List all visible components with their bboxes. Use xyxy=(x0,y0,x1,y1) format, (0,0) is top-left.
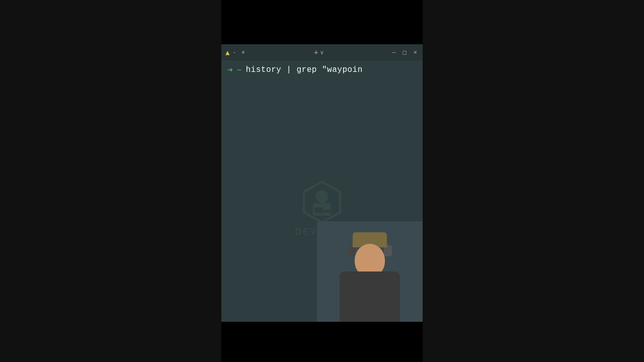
terminal-titlebar: ▲ - × + ∨ — □ × xyxy=(221,44,423,60)
maximize-button[interactable]: □ xyxy=(401,49,408,56)
center-panel: ▲ - × + ∨ — □ × ➜ ~ hist xyxy=(221,0,423,362)
svg-rect-3 xyxy=(314,208,323,213)
tab-close-button[interactable]: × xyxy=(239,49,247,56)
tab-dropdown-icon[interactable]: ∨ xyxy=(320,49,324,56)
outer-wrapper: ▲ - × + ∨ — □ × ➜ ~ hist xyxy=(0,0,644,362)
right-panel xyxy=(423,0,644,362)
titlebar-left: ▲ - × xyxy=(225,48,247,56)
devhulk-logo xyxy=(299,179,345,225)
top-black-bar xyxy=(221,0,423,44)
command-line: ➜ ~ history | grep "waypoin xyxy=(227,64,417,75)
terminal-content: ➜ ~ history | grep "waypoin xyxy=(221,60,423,322)
terminal-window: ▲ - × + ∨ — □ × ➜ ~ hist xyxy=(221,44,423,322)
minimize-button[interactable]: — xyxy=(390,49,397,56)
svg-rect-6 xyxy=(329,209,331,214)
prompt-arrow-icon: ➜ xyxy=(227,64,233,75)
webcam-overlay xyxy=(317,221,423,322)
current-directory: ~ xyxy=(237,65,242,74)
close-button[interactable]: × xyxy=(412,49,419,56)
bottom-black-bar xyxy=(221,322,423,362)
new-tab-button[interactable]: + xyxy=(314,48,318,56)
titlebar-separator: - xyxy=(232,49,236,56)
left-panel xyxy=(0,0,221,362)
person-body xyxy=(340,272,400,322)
terminal-app-icon: ▲ xyxy=(225,48,229,56)
svg-rect-5 xyxy=(322,209,325,214)
titlebar-right: — □ × xyxy=(390,49,419,56)
command-text: history | grep "waypoin xyxy=(246,65,362,74)
svg-point-1 xyxy=(315,191,328,203)
person-figure xyxy=(319,229,420,322)
titlebar-center: + ∨ xyxy=(314,48,324,56)
